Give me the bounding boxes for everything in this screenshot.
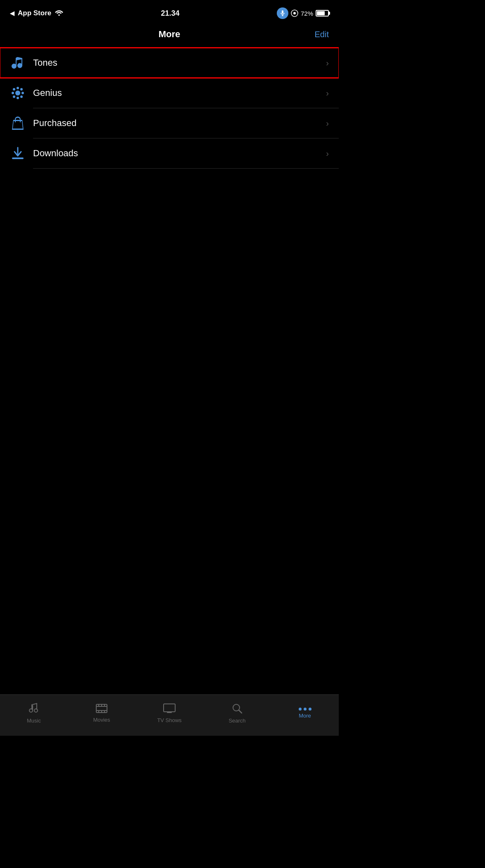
tones-icon — [10, 56, 26, 69]
genius-chevron: › — [326, 88, 329, 98]
tab-movies-label: Movies — [93, 717, 110, 723]
nav-header: More Edit — [0, 25, 339, 46]
back-arrow-icon: ◀ — [10, 10, 14, 17]
purchased-icon — [10, 117, 26, 130]
purchased-label: Purchased — [33, 118, 326, 129]
page-title: More — [159, 29, 181, 40]
svg-rect-26 — [164, 704, 175, 712]
status-time: 21.34 — [161, 9, 180, 18]
tones-label: Tones — [33, 57, 326, 68]
menu-item-downloads[interactable]: Downloads › — [0, 138, 339, 168]
search-icon — [232, 703, 242, 715]
divider-4 — [33, 168, 339, 169]
tones-chevron: › — [326, 58, 329, 68]
microphone-icon — [277, 7, 288, 19]
battery-percentage: 72% — [301, 10, 313, 17]
status-carrier: ◀ App Store — [10, 9, 64, 18]
music-icon — [29, 703, 39, 715]
battery-icon — [316, 10, 329, 17]
tab-movies[interactable]: Movies — [68, 704, 136, 723]
tab-music-label: Music — [27, 718, 41, 724]
tab-search[interactable]: Search — [203, 703, 271, 724]
svg-point-5 — [293, 12, 296, 14]
edit-button[interactable]: Edit — [315, 30, 329, 39]
svg-point-13 — [13, 95, 15, 98]
tab-search-label: Search — [228, 718, 245, 724]
svg-point-16 — [34, 709, 38, 712]
movies-icon — [96, 704, 107, 715]
tab-more[interactable]: More — [271, 708, 339, 719]
svg-point-9 — [12, 92, 14, 94]
tvshows-icon — [163, 703, 176, 715]
menu-item-tones[interactable]: Tones › — [0, 48, 339, 78]
downloads-chevron: › — [326, 149, 329, 158]
status-indicators: 72% — [277, 7, 329, 19]
tab-tvshows-label: TV Shows — [157, 717, 181, 723]
menu-item-purchased[interactable]: Purchased › — [0, 108, 339, 138]
tab-more-label: More — [299, 713, 311, 719]
svg-rect-1 — [282, 10, 283, 14]
tab-music[interactable]: Music — [0, 703, 68, 724]
genius-label: Genius — [33, 88, 326, 98]
downloads-icon — [10, 147, 26, 160]
svg-point-11 — [13, 88, 15, 91]
genius-icon — [10, 86, 26, 100]
status-bar: ◀ App Store 21.34 72% — [0, 0, 339, 25]
more-icon — [299, 708, 311, 711]
svg-point-0 — [58, 14, 60, 15]
location-icon — [291, 10, 298, 17]
downloads-label: Downloads — [33, 148, 326, 159]
svg-point-14 — [20, 95, 23, 98]
menu-list: Tones › Genius › P — [0, 48, 339, 169]
svg-point-7 — [17, 87, 19, 89]
svg-point-12 — [20, 88, 23, 91]
purchased-chevron: › — [326, 119, 329, 128]
tab-tvshows[interactable]: TV Shows — [136, 703, 203, 723]
svg-point-8 — [17, 97, 19, 99]
svg-line-30 — [239, 710, 242, 713]
tab-bar: Music Movies TV Shows — [0, 694, 339, 736]
svg-point-10 — [21, 92, 24, 94]
svg-rect-15 — [12, 157, 24, 159]
svg-point-6 — [15, 91, 20, 95]
menu-item-genius[interactable]: Genius › — [0, 78, 339, 108]
wifi-icon — [55, 9, 64, 18]
